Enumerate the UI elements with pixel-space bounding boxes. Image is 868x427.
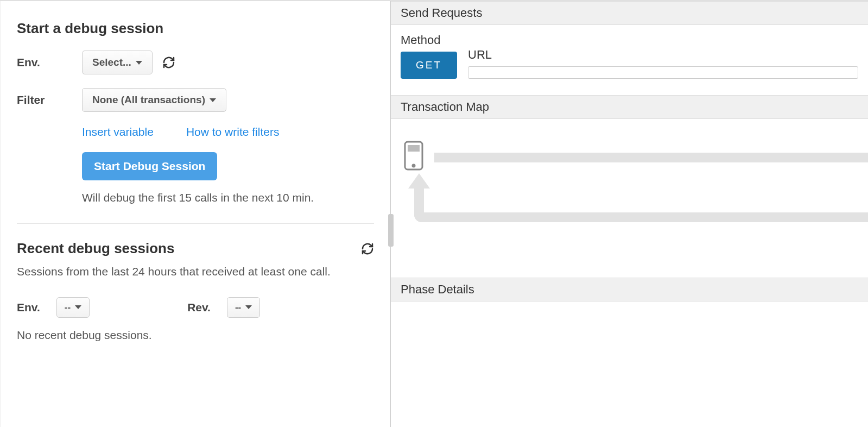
start-debug-session-button[interactable]: Start Debug Session <box>82 152 217 180</box>
chevron-down-icon <box>75 305 81 309</box>
method-select[interactable]: GET <box>401 52 457 79</box>
recent-env-label: Env. <box>17 301 40 314</box>
chevron-down-icon <box>136 61 142 65</box>
url-label: URL <box>468 48 858 62</box>
transaction-map-body <box>391 119 868 278</box>
debug-right-panel: Send Requests Method GET URL Transaction… <box>391 1 868 427</box>
start-debug-hint: Will debug the first 15 calls in the nex… <box>82 191 374 204</box>
recent-env-select[interactable]: -- <box>56 297 90 318</box>
chevron-down-icon <box>210 98 216 102</box>
filter-select[interactable]: None (All transactions) <box>82 88 226 112</box>
divider <box>17 223 374 224</box>
recent-rev-select[interactable]: -- <box>227 297 260 318</box>
method-label: Method <box>401 33 457 47</box>
flow-response-bar <box>414 212 868 222</box>
svg-point-2 <box>412 164 416 168</box>
recent-sessions-subtext: Sessions from the last 24 hours that rec… <box>17 262 374 281</box>
send-requests-header: Send Requests <box>391 1 868 25</box>
refresh-recent-icon[interactable] <box>361 242 374 255</box>
refresh-env-icon[interactable] <box>162 56 175 69</box>
flow-request-bar <box>434 153 868 162</box>
svg-rect-1 <box>408 145 420 152</box>
env-select-value: Select... <box>92 56 131 68</box>
chevron-down-icon <box>245 305 252 309</box>
how-to-write-filters-link[interactable]: How to write filters <box>186 125 280 139</box>
no-recent-sessions-text: No recent debug sessions. <box>17 329 374 342</box>
recent-rev-label: Rev. <box>187 301 211 314</box>
filter-label: Filter <box>17 93 82 106</box>
transaction-map-header: Transaction Map <box>391 95 868 119</box>
phone-icon <box>403 141 425 172</box>
filter-select-value: None (All transactions) <box>92 94 205 106</box>
phase-details-header: Phase Details <box>391 278 868 302</box>
recent-rev-value: -- <box>235 302 241 313</box>
phase-details-body <box>391 302 868 428</box>
recent-env-value: -- <box>65 302 71 313</box>
debug-left-panel: Start a debug session Env. Select... Fil… <box>0 1 391 427</box>
env-select[interactable]: Select... <box>82 51 153 74</box>
insert-variable-link[interactable]: Insert variable <box>82 125 154 139</box>
send-requests-body: Method GET URL <box>391 25 868 95</box>
recent-sessions-title: Recent debug sessions <box>17 240 174 257</box>
env-label: Env. <box>17 56 82 69</box>
start-debug-title: Start a debug session <box>17 20 374 37</box>
url-input[interactable] <box>468 66 858 79</box>
